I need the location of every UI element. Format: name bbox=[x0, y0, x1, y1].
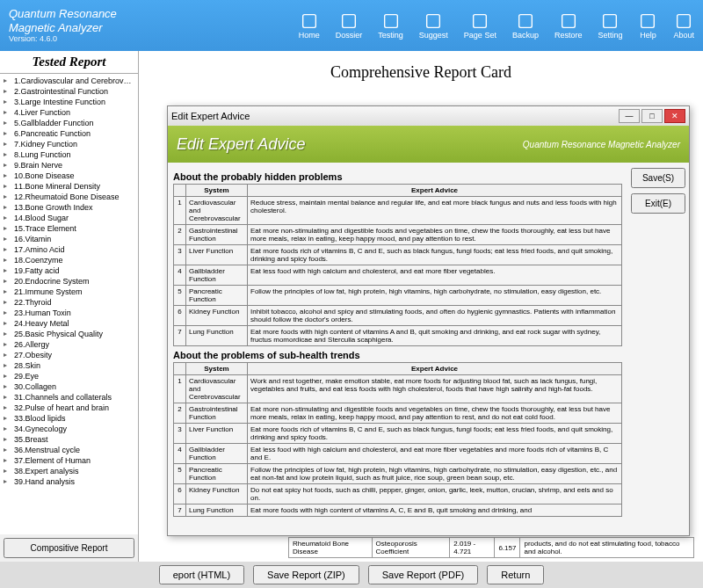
nav-setting[interactable]: Setting bbox=[598, 11, 622, 40]
table-row[interactable]: 5Pancreatic FunctionFollow the principle… bbox=[174, 286, 622, 306]
tree-item[interactable]: 16.Vitamin bbox=[2, 234, 136, 244]
table-row[interactable]: 4Gallbladder FunctionEat less food with … bbox=[174, 444, 622, 464]
tree-item[interactable]: 9.Brain Nerve bbox=[2, 160, 136, 171]
dialog-side-buttons: Save(S) Exit(E) bbox=[627, 163, 689, 535]
tree-item[interactable]: 37.Element of Human bbox=[2, 455, 136, 466]
tree-item[interactable]: 7.Kidney Function bbox=[2, 139, 136, 149]
tree-item[interactable]: 27.Obesity bbox=[2, 350, 136, 360]
table-row[interactable]: 3Liver FunctionEat more foods rich of vi… bbox=[174, 424, 622, 444]
tree-item[interactable]: 5.Gallbladder Function bbox=[2, 118, 136, 128]
tree-item[interactable]: 14.Blood Sugar bbox=[2, 213, 136, 223]
tree-item[interactable]: 8.Lung Function bbox=[2, 149, 136, 160]
close-icon[interactable]: ✕ bbox=[664, 109, 685, 123]
report-tree[interactable]: 1.Cardiovascular and Cerebrovasc2.Gastro… bbox=[0, 74, 138, 534]
tree-item[interactable]: 32.Pulse of heart and brain bbox=[2, 403, 136, 413]
table-row[interactable]: 7Lung FunctionEat more foods with high c… bbox=[174, 326, 622, 346]
svg-rect-3 bbox=[427, 15, 440, 28]
tree-item[interactable]: 39.Hand analysis bbox=[2, 476, 136, 487]
tree-item[interactable]: 21.Immune System bbox=[2, 287, 136, 297]
nav-about[interactable]: About bbox=[673, 11, 694, 40]
table-row[interactable]: 4Gallbladder FunctionEat less food with … bbox=[174, 265, 622, 286]
tree-item[interactable]: 30.Collagen bbox=[2, 381, 136, 392]
exit-button[interactable]: Exit(E) bbox=[631, 193, 685, 214]
tree-item[interactable]: 15.Trace Element bbox=[2, 223, 136, 234]
nav-testing[interactable]: Testing bbox=[378, 11, 403, 40]
sidebar-title: Tested Report bbox=[0, 51, 138, 74]
tree-item[interactable]: 22.Thyroid bbox=[2, 297, 136, 308]
tree-item[interactable]: 29.Eye bbox=[2, 371, 136, 381]
tree-item[interactable]: 11.Bone Mineral Density bbox=[2, 181, 136, 192]
svg-rect-6 bbox=[562, 15, 575, 28]
svg-rect-9 bbox=[678, 15, 691, 28]
save-zip-button[interactable]: Save Report (ZIP) bbox=[253, 565, 359, 584]
brand-line2: Magnetic Analyzer bbox=[9, 21, 117, 35]
tree-item[interactable]: 13.Bone Growth Index bbox=[2, 202, 136, 213]
tree-item[interactable]: 28.Skin bbox=[2, 360, 136, 371]
tree-item[interactable]: 2.Gastrointestinal Function bbox=[2, 86, 136, 97]
svg-rect-7 bbox=[604, 15, 617, 28]
tree-item[interactable]: 4.Liver Function bbox=[2, 107, 136, 118]
tree-item[interactable]: 36.Menstrual cycle bbox=[2, 445, 136, 455]
tree-item[interactable]: 33.Blood lipids bbox=[2, 413, 136, 424]
table-row[interactable]: 1Cardiovascular and CerebrovascularReduc… bbox=[174, 197, 622, 225]
version-label: Version: 4.6.0 bbox=[9, 34, 117, 44]
svg-rect-8 bbox=[641, 15, 655, 28]
dialog-banner: Edit Expert Advice Quantum Resonance Mag… bbox=[168, 126, 689, 163]
nav-menu: HomeDossierTestingSuggestPage SetBackupR… bbox=[299, 11, 694, 40]
tree-item[interactable]: 10.Bone Disease bbox=[2, 171, 136, 181]
nav-page set[interactable]: Page Set bbox=[464, 11, 496, 40]
save-html-button[interactable]: eport (HTML) bbox=[159, 565, 244, 584]
app-brand: Quantum Resonance Magnetic Analyzer Vers… bbox=[9, 7, 117, 44]
background-table: Rheumatoid Bone Disease Osteoporosis Coe… bbox=[288, 537, 694, 558]
return-button[interactable]: Return bbox=[487, 565, 544, 584]
tree-item[interactable]: 34.Gynecology bbox=[2, 424, 136, 434]
tree-item[interactable]: 19.Fatty acid bbox=[2, 265, 136, 276]
nav-dossier[interactable]: Dossier bbox=[336, 11, 363, 40]
table-row[interactable]: 6Kidney FunctionInhibit tobacco, alcohol… bbox=[174, 306, 622, 326]
tree-item[interactable]: 35.Breast bbox=[2, 434, 136, 445]
minimize-icon[interactable]: — bbox=[619, 109, 640, 123]
tree-item[interactable]: 38.Expert analysis bbox=[2, 466, 136, 476]
report-card-title: Comprehensive Report Card bbox=[144, 56, 698, 89]
save-button[interactable]: Save(S) bbox=[631, 168, 685, 188]
tree-item[interactable]: 20.Endocrine System bbox=[2, 276, 136, 287]
svg-rect-4 bbox=[474, 15, 487, 28]
tree-item[interactable]: 24.Heavy Metal bbox=[2, 318, 136, 329]
dialog-titlebar[interactable]: Edit Expert Advice — □ ✕ bbox=[168, 106, 689, 126]
tree-item[interactable]: 26.Allergy bbox=[2, 339, 136, 350]
nav-suggest[interactable]: Suggest bbox=[419, 11, 448, 40]
tree-item[interactable]: 25.Basic Physical Quality bbox=[2, 329, 136, 339]
table-row[interactable]: 3Liver FunctionEat more foods rich of vi… bbox=[174, 245, 622, 265]
section1-heading: About the probably hidden problems bbox=[173, 171, 622, 182]
table-row[interactable]: 6Kidney FunctionDo not eat spicy hot foo… bbox=[174, 484, 622, 505]
banner-subtitle: Quantum Resonance Magnetic Analyzer bbox=[523, 140, 680, 149]
tree-item[interactable]: 23.Human Toxin bbox=[2, 308, 136, 318]
tree-item[interactable]: 1.Cardiovascular and Cerebrovasc bbox=[2, 76, 136, 86]
top-toolbar: Quantum Resonance Magnetic Analyzer Vers… bbox=[0, 0, 703, 51]
subhealth-table: SystemExpert Advice1Cardiovascular and C… bbox=[173, 362, 622, 517]
table-row[interactable]: 5Pancreatic FunctionFollow the principle… bbox=[174, 464, 622, 484]
tree-item[interactable]: 6.Pancreatic Function bbox=[2, 128, 136, 139]
bottom-bar: eport (HTML) Save Report (ZIP) Save Repo… bbox=[0, 562, 703, 588]
tree-item[interactable]: 31.Channels and collaterals bbox=[2, 392, 136, 403]
tree-item[interactable]: 3.Large Intestine Function bbox=[2, 97, 136, 107]
svg-rect-2 bbox=[384, 15, 397, 28]
tree-item[interactable]: 12.Rheumatoid Bone Disease bbox=[2, 192, 136, 202]
table-row[interactable]: 2Gastrointestinal FunctionEat more non-s… bbox=[174, 403, 622, 424]
table-row[interactable]: 1Cardiovascular and CerebrovascularWork … bbox=[174, 375, 622, 403]
brand-line1: Quantum Resonance bbox=[9, 7, 117, 21]
save-pdf-button[interactable]: Save Report (PDF) bbox=[368, 565, 479, 584]
nav-home[interactable]: Home bbox=[299, 11, 320, 40]
section2-heading: About the problems of sub-health trends bbox=[173, 350, 622, 360]
svg-rect-5 bbox=[519, 15, 533, 28]
maximize-icon[interactable]: □ bbox=[641, 109, 663, 123]
nav-help[interactable]: Help bbox=[638, 11, 657, 40]
advice-scroll-area[interactable]: About the probably hidden problems Syste… bbox=[168, 163, 627, 535]
nav-restore[interactable]: Restore bbox=[554, 11, 583, 40]
table-row[interactable]: 2Gastrointestinal FunctionEat more non-s… bbox=[174, 225, 622, 245]
nav-backup[interactable]: Backup bbox=[512, 11, 539, 40]
table-row[interactable]: 7Lung FunctionEat more foods with high c… bbox=[174, 505, 622, 517]
compositive-report-button[interactable]: Compositive Report bbox=[4, 538, 134, 558]
tree-item[interactable]: 17.Amino Acid bbox=[2, 244, 136, 255]
tree-item[interactable]: 18.Coenzyme bbox=[2, 255, 136, 265]
